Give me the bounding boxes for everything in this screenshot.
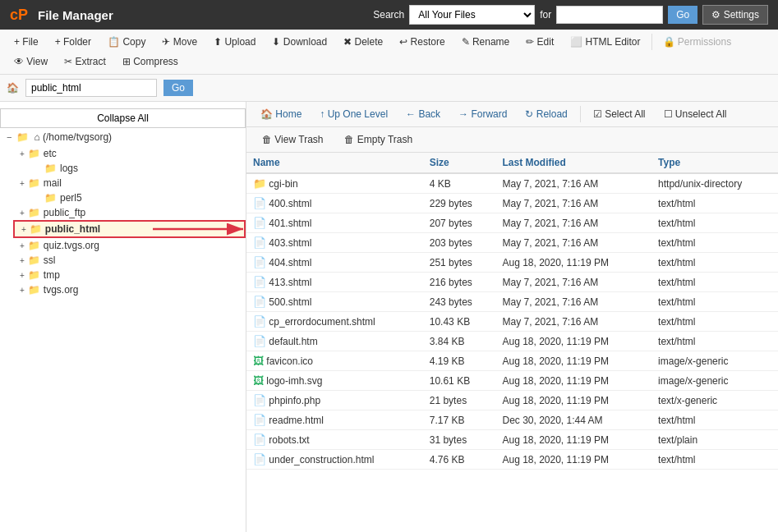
empty-trash-button[interactable]: 🗑 Empty Trash — [335, 131, 421, 149]
address-bar: 🏠 Go — [0, 75, 778, 102]
file-size: 216 bytes — [423, 273, 496, 292]
table-row[interactable]: 📄 413.shtml 216 bytes May 7, 2021, 7:16 … — [246, 273, 778, 292]
file-icon: 📄 — [253, 256, 266, 268]
file-name: 📄 robots.txt — [246, 430, 423, 450]
table-row[interactable]: 📄 401.shtml 207 bytes May 7, 2021, 7:16 … — [246, 213, 778, 233]
col-modified[interactable]: Last Modified — [495, 153, 651, 173]
col-name[interactable]: Name — [246, 153, 423, 173]
home-button[interactable]: 🏠 Home — [253, 105, 309, 123]
file-icon: 🖼 — [253, 355, 264, 367]
table-row[interactable]: 📄 default.htm 3.84 KB Aug 18, 2020, 11:1… — [246, 332, 778, 351]
red-arrow — [153, 221, 246, 237]
file-size: 31 bytes — [423, 430, 496, 450]
table-row[interactable]: 📄 400.shtml 229 bytes May 7, 2021, 7:16 … — [246, 194, 778, 213]
tree-label-etc: etc — [44, 148, 57, 159]
root-folder-icon: 📁 — [16, 131, 29, 143]
permissions-button[interactable]: 🔒 Permissions — [656, 33, 739, 51]
address-go-button[interactable]: Go — [163, 80, 193, 96]
forward-button[interactable]: → Forward — [451, 105, 514, 123]
for-label: for — [540, 9, 551, 21]
table-row[interactable]: 📄 readme.html 7.17 KB Dec 30, 2020, 1:44… — [246, 410, 778, 430]
file-size: 207 bytes — [423, 213, 496, 233]
edit-button[interactable]: ✏ Edit — [518, 33, 561, 51]
file-size: 243 bytes — [423, 292, 496, 312]
new-folder-button[interactable]: + Folder — [48, 33, 99, 51]
table-row[interactable]: 🖼 logo-imh.svg 10.61 KB Aug 18, 2020, 11… — [246, 371, 778, 391]
toolbar: + File + Folder 📋 Copy ✈ Move ⬆ Upload ⬇… — [0, 30, 778, 75]
tree-label-ssl: ssl — [44, 255, 56, 266]
tree-label-mail: mail — [44, 177, 62, 189]
compress-button[interactable]: ⊞ Compress — [115, 53, 186, 71]
tree-label-tvgs: tvgs.org — [44, 284, 79, 296]
table-row[interactable]: 🖼 favicon.ico 4.19 KB Aug 18, 2020, 11:1… — [246, 351, 778, 371]
tree-root[interactable]: − 📁 ⌂ (/home/tvgsorg) — [0, 128, 246, 146]
html-editor-button[interactable]: ⬜ HTML Editor — [563, 33, 647, 51]
minus-icon: − — [7, 132, 12, 142]
select-all-button[interactable]: ☑ Select All — [586, 105, 653, 123]
restore-button[interactable]: ↩ Restore — [392, 33, 452, 51]
unselect-all-button[interactable]: ☐ Unselect All — [656, 105, 734, 123]
file-modified: Aug 18, 2020, 11:19 PM — [495, 430, 651, 450]
search-input[interactable] — [556, 6, 663, 24]
tree-item-mail[interactable]: + 📁 mail — [13, 176, 246, 190]
collapse-all-button[interactable]: Collapse All — [0, 108, 246, 128]
extract-button[interactable]: ✂ Extract — [57, 53, 113, 71]
file-name: 📄 readme.html — [246, 410, 423, 430]
table-row[interactable]: 📄 500.shtml 243 bytes May 7, 2021, 7:16 … — [246, 292, 778, 312]
rename-button[interactable]: ✎ Rename — [454, 33, 518, 51]
file-name: 📄 400.shtml — [246, 194, 423, 213]
table-row[interactable]: 📄 robots.txt 31 bytes Aug 18, 2020, 11:1… — [246, 430, 778, 450]
address-input[interactable] — [25, 79, 157, 97]
search-go-button[interactable]: Go — [668, 6, 697, 24]
file-modified: Aug 18, 2020, 11:19 PM — [495, 391, 651, 410]
folder-icon-tmp: 📁 — [28, 269, 40, 281]
tree-item-ssl[interactable]: + 📁 ssl — [13, 253, 246, 268]
file-icon: 📄 — [253, 276, 266, 288]
view-trash-button[interactable]: 🗑 View Trash — [253, 131, 332, 149]
download-button[interactable]: ⬇ Download — [265, 33, 334, 51]
file-type: text/html — [651, 410, 778, 430]
tree-item-public-ftp[interactable]: + 📁 public_ftp — [13, 205, 246, 220]
file-type: text/html — [651, 292, 778, 312]
file-modified: Aug 18, 2020, 11:19 PM — [495, 351, 651, 371]
table-row[interactable]: 📁 cgi-bin 4 KB May 7, 2021, 7:16 AM http… — [246, 173, 778, 194]
view-button[interactable]: 👁 View — [7, 53, 55, 71]
file-icon: 📄 — [253, 296, 266, 308]
table-row[interactable]: 📄 under_construction.html 4.76 KB Aug 18… — [246, 450, 778, 470]
tree-item-etc[interactable]: + 📁 etc — [13, 146, 246, 161]
folder-icon-tvgs: 📁 — [28, 284, 40, 296]
tree-item-tmp[interactable]: + 📁 tmp — [13, 268, 246, 282]
upload-button[interactable]: ⬆ Upload — [206, 33, 263, 51]
nav-bar: 🏠 Home ↑ Up One Level ← Back → Forward ↻… — [246, 102, 778, 127]
file-modified: May 7, 2021, 7:16 AM — [495, 292, 651, 312]
file-modified: May 7, 2021, 7:16 AM — [495, 194, 651, 213]
table-row[interactable]: 📄 cp_errordocument.shtml 10.43 KB May 7,… — [246, 312, 778, 332]
settings-button[interactable]: ⚙ Settings — [702, 5, 768, 25]
table-row[interactable]: 📄 404.shtml 251 bytes Aug 18, 2020, 11:1… — [246, 253, 778, 273]
delete-button[interactable]: ✖ Delete — [336, 33, 390, 51]
file-modified: May 7, 2021, 7:16 AM — [495, 233, 651, 253]
search-scope-select[interactable]: All Your Files Public Web Root Public FT… — [409, 5, 535, 25]
tree-label-tmp: tmp — [44, 269, 60, 281]
reload-button[interactable]: ↻ Reload — [518, 105, 574, 123]
tree-item-perl5[interactable]: 📁 perl5 — [26, 190, 246, 205]
new-file-button[interactable]: + File — [7, 33, 46, 51]
plus-icon-quiz: + — [20, 241, 25, 250]
file-name: 🖼 logo-imh.svg — [246, 371, 423, 391]
file-name: 📁 cgi-bin — [246, 173, 423, 194]
col-type[interactable]: Type — [651, 153, 778, 173]
up-one-level-button[interactable]: ↑ Up One Level — [312, 105, 395, 123]
folder-icon-quiz: 📁 — [28, 240, 40, 251]
table-row[interactable]: 📄 403.shtml 203 bytes May 7, 2021, 7:16 … — [246, 233, 778, 253]
move-button[interactable]: ✈ Move — [154, 33, 205, 51]
tree-item-tvgs[interactable]: + 📁 tvgs.org — [13, 282, 246, 297]
plus-icon-ssl: + — [20, 256, 25, 265]
file-size: 10.43 KB — [423, 312, 496, 332]
copy-button[interactable]: 📋 Copy — [100, 33, 153, 51]
table-row[interactable]: 📄 phpinfo.php 21 bytes Aug 18, 2020, 11:… — [246, 391, 778, 410]
tree-item-logs[interactable]: 📁 logs — [26, 161, 246, 176]
back-button[interactable]: ← Back — [398, 105, 448, 123]
col-size[interactable]: Size — [423, 153, 496, 173]
tree-item-quiz[interactable]: + 📁 quiz.tvgs.org — [13, 238, 246, 253]
folder-icon-ssl: 📁 — [28, 255, 40, 266]
